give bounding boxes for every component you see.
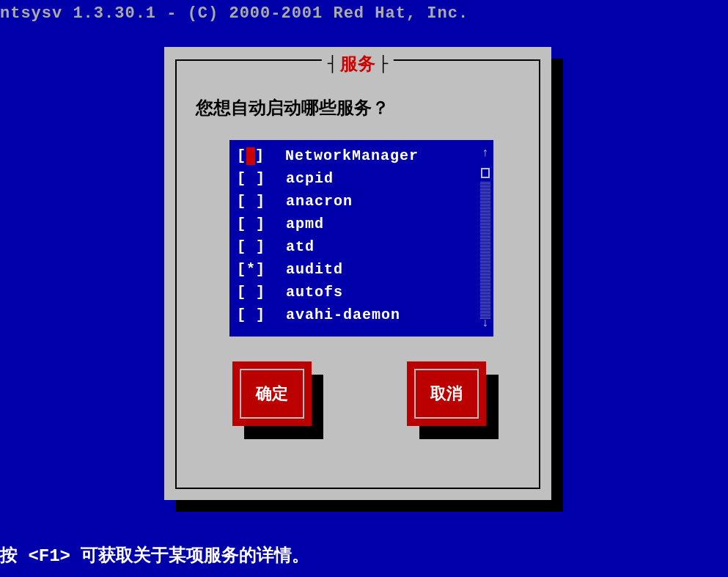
cancel-button[interactable]: 取消 bbox=[407, 361, 486, 426]
checkbox-slot[interactable]: [ ] bbox=[237, 284, 284, 301]
dialog-title-container: ┤ 服务 ├ bbox=[322, 52, 394, 76]
scrollbar[interactable]: ↑ ↓ bbox=[480, 146, 490, 331]
button-border bbox=[240, 369, 304, 419]
checkbox-slot[interactable]: [ ] bbox=[237, 193, 284, 210]
service-row[interactable]: [ ] anacron bbox=[237, 190, 486, 213]
service-label: auditd bbox=[286, 261, 343, 278]
services-dialog: ┤ 服务 ├ 您想自动启动哪些服务？ [ ] NetworkManager[ ]… bbox=[164, 47, 551, 500]
checkbox-slot[interactable]: [*] bbox=[237, 261, 284, 278]
checkbox-slot[interactable]: [ ] bbox=[237, 147, 284, 165]
service-label: avahi-daemon bbox=[286, 306, 400, 323]
service-row[interactable]: [ ] acpid bbox=[237, 167, 486, 190]
service-label: anacron bbox=[286, 193, 353, 210]
service-label: autofs bbox=[286, 284, 343, 301]
scroll-track[interactable] bbox=[480, 181, 490, 319]
title-bar-right: ├ bbox=[378, 55, 388, 73]
service-label: NetworkManager bbox=[285, 147, 419, 164]
service-row[interactable]: [ ] apmd bbox=[237, 213, 486, 235]
footer-hint: 按 <F1> 可获取关于某项服务的详情。 bbox=[0, 543, 309, 567]
title-bar-left: ┤ bbox=[328, 55, 337, 73]
dialog-prompt: 您想自动启动哪些服务？ bbox=[196, 96, 389, 120]
cursor-icon bbox=[246, 147, 255, 165]
scroll-thumb[interactable] bbox=[481, 168, 490, 178]
ok-button[interactable]: 确定 bbox=[232, 361, 312, 426]
footer-key: <F1> bbox=[28, 546, 70, 566]
service-row[interactable]: [ ] avahi-daemon bbox=[237, 304, 486, 326]
checkbox-slot[interactable]: [ ] bbox=[237, 238, 284, 255]
footer-suffix: 可获取关于某项服务的详情。 bbox=[70, 546, 309, 566]
service-label: atd bbox=[286, 238, 315, 255]
service-label: apmd bbox=[286, 216, 324, 232]
service-row[interactable]: [*] auditd bbox=[237, 258, 486, 281]
button-border bbox=[414, 369, 479, 419]
scroll-up-icon[interactable]: ↑ bbox=[480, 146, 490, 161]
checkbox-slot[interactable]: [ ] bbox=[237, 216, 284, 232]
service-row[interactable]: [ ] atd bbox=[237, 235, 486, 258]
checkbox-slot[interactable]: [ ] bbox=[237, 170, 284, 187]
scroll-down-icon[interactable]: ↓ bbox=[480, 316, 490, 331]
services-listbox[interactable]: [ ] NetworkManager[ ] acpid[ ] anacron[ … bbox=[229, 140, 493, 337]
app-header: ntsysv 1.3.30.1 - (C) 2000-2001 Red Hat,… bbox=[0, 0, 728, 23]
checkbox-slot[interactable]: [ ] bbox=[237, 306, 284, 323]
dialog-title: 服务 bbox=[340, 52, 375, 76]
service-row[interactable]: [ ] NetworkManager bbox=[237, 144, 486, 167]
footer-prefix: 按 bbox=[0, 546, 28, 566]
service-row[interactable]: [ ] autofs bbox=[237, 281, 486, 304]
service-label: acpid bbox=[286, 170, 334, 187]
